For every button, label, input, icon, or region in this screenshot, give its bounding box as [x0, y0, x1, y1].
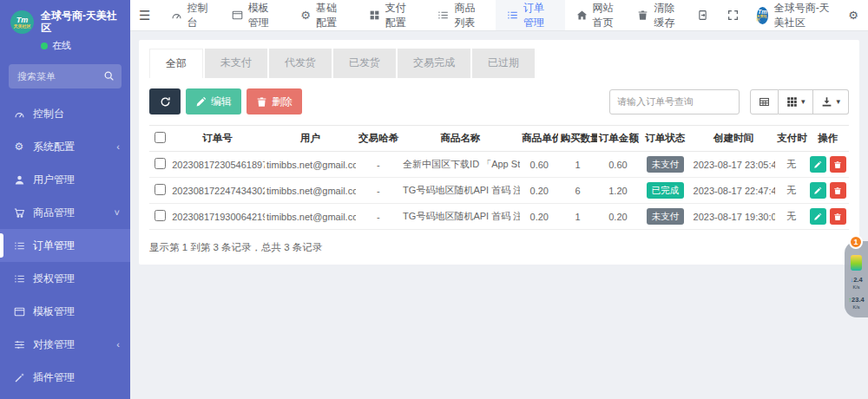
- col-created-at: 创建时间: [692, 126, 776, 152]
- sidebar-item-system-config[interactable]: ⚙ 系统配置 ‹: [0, 130, 130, 163]
- download-speed: ↓2.4 K/s: [850, 277, 862, 291]
- records-summary: 显示第 1 到第 3 条记录，总共 3 条记录: [149, 241, 849, 254]
- home-icon: [576, 10, 588, 21]
- menu-toggle-button[interactable]: ☰: [130, 0, 160, 30]
- row-edit-button[interactable]: [810, 156, 826, 173]
- filter-tab-unpaid[interactable]: 未支付: [205, 49, 267, 78]
- trash-icon: [256, 96, 267, 108]
- order-search-input[interactable]: [609, 89, 740, 114]
- window-icon: [232, 10, 243, 21]
- toggle-pagination-button[interactable]: [750, 89, 779, 114]
- content-area: 全部 未支付 代发货 已发货 交易完成 已过期 编辑: [130, 31, 868, 399]
- col-amount: 订单金额: [597, 126, 639, 152]
- tab-payment-config[interactable]: 支付配置: [358, 0, 427, 30]
- row-checkbox[interactable]: [155, 158, 166, 169]
- delete-button[interactable]: 删除: [247, 88, 302, 114]
- tab-label: 支付配置: [385, 1, 416, 30]
- chevron-down-icon: ˅: [115, 207, 120, 218]
- tab-dashboard[interactable]: 控制台: [160, 0, 220, 30]
- list-icon: [13, 240, 25, 252]
- filter-tab-expired[interactable]: 已过期: [472, 49, 535, 78]
- user-menu[interactable]: Tm 天美社区 全球号商-天美社区: [748, 0, 839, 30]
- sidebar-item-template-management[interactable]: 模板管理: [0, 295, 130, 328]
- row-delete-button[interactable]: [830, 208, 846, 225]
- col-user: 用户: [265, 126, 356, 152]
- cell-paid-at: 无: [775, 152, 806, 178]
- cell-created-at: 2023-08-17 22:47:43: [692, 178, 776, 204]
- gear-icon: ⚙: [300, 10, 311, 21]
- export-dropdown-button[interactable]: ▾: [813, 89, 849, 114]
- network-monitor-widget[interactable]: 1 ↓2.4 K/s ↑23.4 K/s: [845, 241, 868, 317]
- sidebar-item-license-management[interactable]: 授权管理: [0, 262, 130, 295]
- row-delete-button[interactable]: [830, 182, 846, 199]
- cell-unit-price: 0.60: [520, 152, 558, 178]
- cell-unit-price: 0.20: [520, 178, 558, 204]
- pencil-icon: [195, 96, 207, 108]
- hamburger-icon: ☰: [139, 8, 150, 23]
- sidebar-item-label: 授权管理: [33, 271, 75, 286]
- cart-icon: [13, 207, 25, 219]
- row-checkbox[interactable]: [155, 184, 166, 195]
- tab-product-list[interactable]: 商品列表: [426, 0, 496, 30]
- sidebar-item-product-management[interactable]: 商品管理 ˅: [0, 196, 130, 229]
- grid-icon: [369, 10, 380, 21]
- cell-amount: 0.20: [597, 204, 639, 230]
- tab-basic-config[interactable]: ⚙ 基础配置: [289, 0, 358, 30]
- sidebar-item-integration-management[interactable]: 对接管理 ‹: [0, 328, 130, 361]
- wand-icon: [13, 372, 25, 383]
- cell-user: timibbs.net@gmail.com: [265, 204, 356, 230]
- sidebar-item-user-management[interactable]: 用户管理: [0, 163, 130, 196]
- monitor-gradient-icon: [851, 255, 862, 271]
- dashboard-icon: [171, 10, 182, 21]
- columns-dropdown-button[interactable]: ▾: [779, 89, 814, 114]
- filter-tab-all[interactable]: 全部: [149, 49, 203, 78]
- topnav-right: 网站首页 清除缓存 Tm 天美社区 全球号商-天美社区: [565, 0, 868, 30]
- cell-unit-price: 0.20: [520, 204, 558, 230]
- export-icon: [821, 96, 832, 108]
- row-edit-button[interactable]: [810, 182, 826, 199]
- sidebar-item-order-management[interactable]: 订单管理: [0, 229, 130, 262]
- clipboard-shortcut-button[interactable]: [687, 0, 718, 30]
- upload-speed: ↑23.4 K/s: [848, 297, 864, 311]
- cell-user: timibbs.net@gmail.com: [265, 152, 356, 178]
- settings-menu-button[interactable]: ⚙: [838, 0, 868, 30]
- brand-logo: Tm 天美社区: [10, 10, 34, 34]
- select-all-checkbox[interactable]: [155, 132, 166, 143]
- cell-product: 全新中国区下载ID 「App Store登录」: [401, 152, 520, 178]
- cell-quantity: 6: [558, 178, 596, 204]
- edit-button[interactable]: 编辑: [186, 88, 241, 114]
- avatar: Tm 天美社区: [757, 7, 768, 24]
- site-home-link[interactable]: 网站首页: [565, 0, 627, 30]
- table-toolbar: 编辑 删除 ▾: [149, 88, 849, 114]
- chevron-left-icon: ‹: [116, 339, 120, 350]
- col-paid-at: 支付时间: [775, 126, 806, 152]
- filter-tab-completed[interactable]: 交易完成: [398, 49, 470, 78]
- orders-table: 订单号 用户 交易哈希 商品名称 商品单价 购买数量 订单金额 订单状态 创建时…: [149, 125, 849, 230]
- row-edit-button[interactable]: [810, 208, 826, 225]
- cell-product: TG号码地区随机API 首码 注册 登录: [401, 178, 520, 204]
- filter-tab-shipped[interactable]: 已发货: [333, 49, 396, 78]
- cell-created-at: 2023-08-17 19:30:06: [692, 204, 776, 230]
- chevron-left-icon: ‹: [116, 141, 120, 152]
- filter-tab-pending-shipment[interactable]: 代发货: [269, 49, 332, 78]
- cell-amount: 1.20: [597, 178, 639, 204]
- col-actions: 操作: [807, 126, 849, 152]
- app-window: Tm 天美社区 全球号商-天美社区 在线 控制台 ⚙ 系统配置 ‹: [0, 0, 868, 399]
- expand-icon: [727, 10, 739, 21]
- sliders-icon: [13, 339, 25, 350]
- sidebar-item-plugin-management[interactable]: 插件管理: [0, 361, 130, 394]
- refresh-button[interactable]: [149, 88, 181, 114]
- tab-template-management[interactable]: 模板管理: [220, 0, 290, 30]
- sidebar-brand: Tm 天美社区 全球号商-天美社区: [0, 0, 130, 37]
- dashboard-icon: [13, 108, 25, 120]
- row-checkbox[interactable]: [155, 210, 166, 221]
- tab-label: 订单管理: [523, 1, 554, 30]
- trash-icon: [833, 186, 842, 195]
- sidebar-item-dashboard[interactable]: 控制台: [0, 97, 130, 130]
- tab-order-management[interactable]: 订单管理: [496, 0, 565, 30]
- row-delete-button[interactable]: [830, 156, 846, 173]
- clear-cache-button[interactable]: 清除缓存: [626, 0, 687, 30]
- fullscreen-button[interactable]: [718, 0, 748, 30]
- cell-paid-at: 无: [775, 178, 806, 204]
- sidebar-item-label: 插件管理: [33, 370, 75, 385]
